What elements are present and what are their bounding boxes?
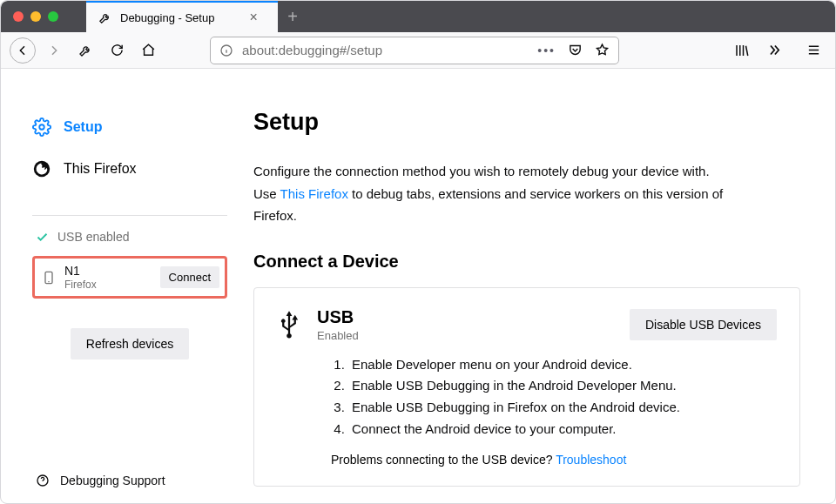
svg-point-1 xyxy=(39,124,44,130)
usb-step: Enable USB Debugging in Firefox on the A… xyxy=(348,397,777,419)
sidebar-item-setup[interactable]: Setup xyxy=(32,111,227,152)
library-button[interactable] xyxy=(729,37,755,64)
connect-button[interactable]: Connect xyxy=(160,266,219,288)
usb-step: Enable USB Debugging in the Android Deve… xyxy=(348,375,777,397)
debugging-support-link[interactable]: Debugging Support xyxy=(36,474,227,487)
usb-status: USB enabled xyxy=(36,230,227,244)
page-title: Setup xyxy=(253,109,800,136)
browser-tab[interactable]: Debugging - Setup × xyxy=(86,1,278,32)
url-bar[interactable]: about:debugging#/setup ••• xyxy=(210,37,619,64)
page-desc-2: Use This Firefox to debug tabs, extensio… xyxy=(253,183,758,227)
this-firefox-link[interactable]: This Firefox xyxy=(280,186,348,201)
bookmark-star-icon[interactable] xyxy=(595,43,610,57)
sidebar-item-this-firefox[interactable]: This Firefox xyxy=(32,152,227,194)
usb-steps-list: Enable Developer menu on your Android de… xyxy=(277,354,777,440)
refresh-devices-button[interactable]: Refresh devices xyxy=(71,328,189,360)
usb-step: Connect the Android device to your compu… xyxy=(348,419,777,440)
main-panel: Setup Configure the connection method yo… xyxy=(245,69,835,504)
support-label: Debugging Support xyxy=(60,474,165,487)
device-subtitle: Firefox xyxy=(64,279,152,291)
browser-toolbar: about:debugging#/setup ••• xyxy=(1,32,835,69)
reload-button[interactable] xyxy=(104,37,130,64)
forward-button xyxy=(41,37,67,64)
disable-usb-button[interactable]: Disable USB Devices xyxy=(630,309,777,340)
check-icon xyxy=(36,231,49,244)
close-window-button[interactable] xyxy=(13,11,24,22)
gear-icon xyxy=(32,118,51,137)
page-actions-icon[interactable]: ••• xyxy=(537,44,556,57)
tab-title: Debugging - Setup xyxy=(120,11,214,24)
sidebar-label: Setup xyxy=(64,119,102,135)
firefox-icon xyxy=(32,159,51,178)
url-text: about:debugging#/setup xyxy=(242,43,529,57)
info-icon[interactable] xyxy=(219,44,233,57)
device-row: N1 Firefox Connect xyxy=(32,256,227,299)
overflow-button[interactable] xyxy=(760,37,786,64)
home-button[interactable] xyxy=(135,37,161,64)
window-titlebar: Debugging - Setup × + xyxy=(1,1,835,32)
toolbar-wrench-button[interactable] xyxy=(72,37,98,64)
pocket-icon[interactable] xyxy=(568,43,583,57)
usb-status-label: USB enabled xyxy=(57,230,130,244)
new-tab-button[interactable]: + xyxy=(278,2,307,31)
usb-step: Enable Developer menu on your Android de… xyxy=(348,354,777,376)
sidebar-divider xyxy=(32,215,227,216)
sidebar-label: This Firefox xyxy=(64,161,137,177)
page-desc-1: Configure the connection method you wish… xyxy=(253,160,758,183)
help-icon xyxy=(36,474,50,487)
close-tab-button[interactable]: × xyxy=(249,10,257,25)
usb-icon xyxy=(277,309,301,340)
wrench-icon xyxy=(98,11,111,24)
device-info: N1 Firefox xyxy=(64,264,152,291)
device-name: N1 xyxy=(64,264,152,279)
card-status: Enabled xyxy=(317,329,614,342)
traffic-lights xyxy=(13,11,58,22)
back-button[interactable] xyxy=(10,37,36,64)
menu-button[interactable] xyxy=(800,37,826,64)
sidebar: Setup This Firefox USB enabled N1 Firefo… xyxy=(1,69,245,504)
usb-card: USB Enabled Disable USB Devices Enable D… xyxy=(253,287,800,487)
card-title: USB xyxy=(317,307,614,327)
phone-icon xyxy=(42,268,56,287)
troubleshoot-link[interactable]: Troubleshoot xyxy=(556,453,626,467)
card-footer: Problems connecting to the USB device? T… xyxy=(277,453,777,467)
minimize-window-button[interactable] xyxy=(30,11,41,22)
zoom-window-button[interactable] xyxy=(48,11,58,22)
page-content: Setup This Firefox USB enabled N1 Firefo… xyxy=(1,69,835,504)
connect-device-heading: Connect a Device xyxy=(253,252,800,272)
